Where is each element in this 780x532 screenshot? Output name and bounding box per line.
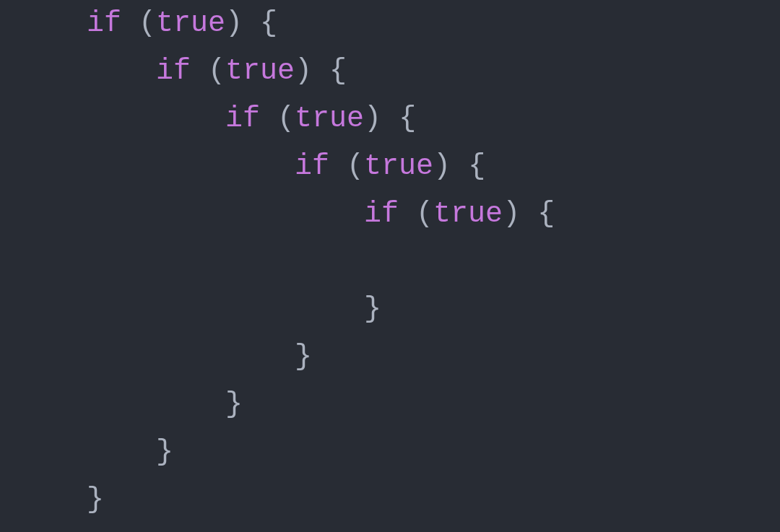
space [381, 103, 399, 135]
value-true: true [433, 198, 503, 230]
space [451, 150, 468, 183]
brace-open: { [329, 55, 347, 87]
brace-open: { [260, 7, 277, 40]
code-editor-content: if (true) { if (true) { if (true) { if (… [87, 0, 780, 524]
code-line-9: } [87, 429, 780, 476]
indent [87, 103, 225, 135]
paren-close: ) [433, 150, 451, 183]
indent [87, 436, 156, 468]
indent [87, 293, 364, 326]
brace-open: { [468, 150, 485, 183]
code-line-10: } [87, 476, 780, 524]
brace-close: } [156, 436, 173, 468]
paren-open: ( [139, 7, 156, 40]
space [520, 198, 537, 230]
space [121, 7, 139, 40]
paren-open: ( [347, 150, 364, 183]
space [260, 103, 277, 135]
code-line-5: if (true) { [87, 191, 780, 238]
keyword-if: if [295, 150, 329, 183]
paren-close: ) [503, 198, 520, 230]
code-line-7: } [87, 333, 780, 381]
code-line-1: if (true) { [87, 0, 780, 48]
value-true: true [364, 150, 433, 183]
indent [87, 55, 156, 87]
keyword-if: if [156, 55, 191, 87]
code-line-blank [87, 238, 780, 286]
value-true: true [295, 103, 364, 135]
paren-open: ( [277, 103, 295, 135]
indent [87, 198, 364, 230]
brace-close: } [295, 341, 312, 373]
space [399, 198, 416, 230]
space [243, 7, 260, 40]
keyword-if: if [225, 103, 260, 135]
indent [87, 150, 295, 183]
space [191, 55, 208, 87]
keyword-if: if [364, 198, 399, 230]
brace-open: { [537, 198, 555, 230]
code-line-3: if (true) { [87, 95, 780, 143]
code-line-2: if (true) { [87, 48, 780, 95]
keyword-if: if [87, 7, 121, 40]
space [329, 150, 347, 183]
brace-close: } [364, 293, 381, 326]
indent [87, 388, 225, 421]
code-line-6: } [87, 286, 780, 333]
paren-close: ) [364, 103, 381, 135]
code-line-8: } [87, 381, 780, 429]
value-true: true [225, 55, 295, 87]
indent [87, 341, 295, 373]
brace-close: } [87, 484, 104, 516]
code-line-4: if (true) { [87, 143, 780, 191]
space [312, 55, 329, 87]
paren-close: ) [225, 7, 243, 40]
paren-open: ( [208, 55, 225, 87]
value-true: true [156, 7, 225, 40]
brace-close: } [225, 388, 243, 421]
paren-close: ) [295, 55, 312, 87]
brace-open: { [399, 103, 416, 135]
paren-open: ( [416, 198, 433, 230]
